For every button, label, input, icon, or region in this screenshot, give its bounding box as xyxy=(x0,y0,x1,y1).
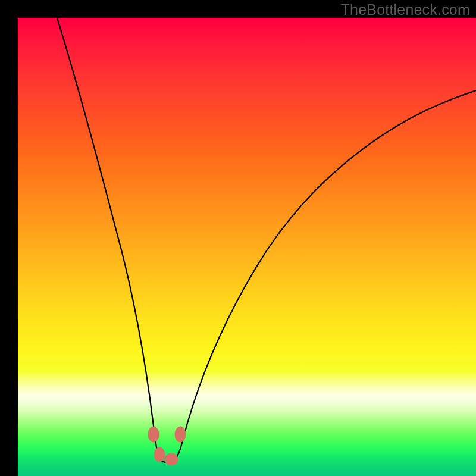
watermark-text: TheBottleneck.com xyxy=(341,1,470,18)
plot-area xyxy=(18,18,476,476)
bottleneck-curve-right xyxy=(182,90,476,443)
marker-blob-3 xyxy=(165,453,178,465)
marker-blob-2 xyxy=(154,447,165,462)
chart-frame: TheBottleneck.com xyxy=(0,0,476,476)
marker-blob-4 xyxy=(175,427,186,442)
bottleneck-curve-left xyxy=(57,18,158,458)
curve-layer xyxy=(18,18,476,476)
marker-blob-1 xyxy=(148,427,159,442)
